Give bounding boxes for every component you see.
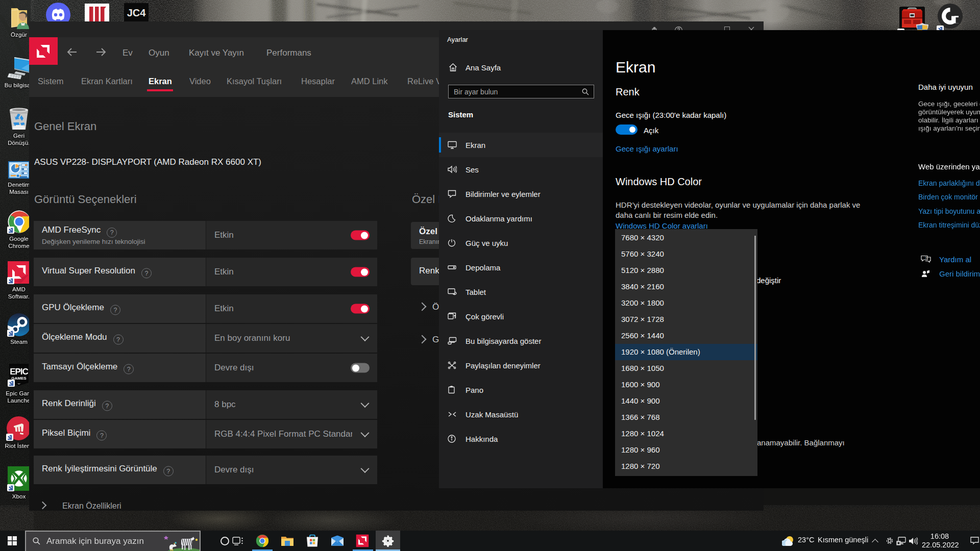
- svg-text:?: ?: [925, 256, 927, 260]
- svg-text:EPIC: EPIC: [10, 367, 28, 377]
